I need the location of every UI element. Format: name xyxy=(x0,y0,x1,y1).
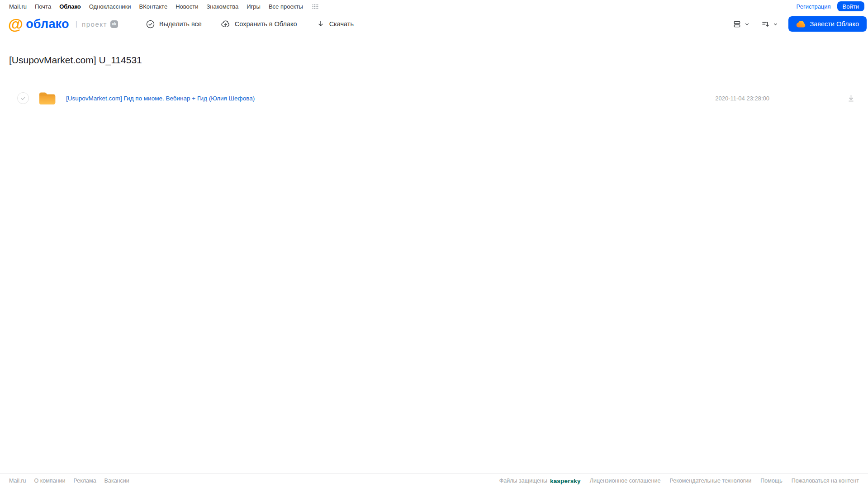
sort-icon xyxy=(761,19,770,29)
download-icon xyxy=(316,19,325,28)
row-checkbox[interactable] xyxy=(17,92,29,104)
portal-link-vkontakte[interactable]: ВКонтакте xyxy=(139,3,168,10)
create-cloud-label: Завести Облако xyxy=(810,20,859,28)
save-to-cloud-button[interactable]: Сохранить в Облако xyxy=(221,19,297,29)
file-row[interactable]: [UsupovMarket.com] Гид по миоме. Вебинар… xyxy=(0,88,868,109)
cloud-icon xyxy=(796,20,806,28)
footer-link-jobs[interactable]: Вакансии xyxy=(104,478,129,484)
page-title: [UsupovMarket.com] U_114531 xyxy=(9,55,142,66)
download-label: Скачать xyxy=(329,20,354,28)
registration-link[interactable]: Регистрация xyxy=(797,3,831,10)
portal-link-pochta[interactable]: Почта xyxy=(35,3,51,10)
portal-link-znakomstva[interactable]: Знакомства xyxy=(206,3,238,10)
header-right-controls: Завести Облако xyxy=(732,16,867,32)
portal-auth: Регистрация Войти xyxy=(797,1,864,11)
portal-links: Mail.ru Почта Облако Одноклассники ВКонт… xyxy=(9,3,318,10)
portal-link-mailru[interactable]: Mail.ru xyxy=(9,3,27,10)
download-button[interactable]: Скачать xyxy=(316,19,354,28)
row-download-button[interactable] xyxy=(847,94,855,103)
cloud-logo[interactable]: @ облако | проект vk xyxy=(8,15,118,33)
footer-link-license[interactable]: Лицензионное соглашение xyxy=(590,478,661,484)
select-all-label: Выделить все xyxy=(159,20,202,28)
footer-link-report-content[interactable]: Пожаловаться на контент xyxy=(792,478,859,484)
logo-divider: | xyxy=(76,19,77,28)
footer: Mail.ru О компании Реклама Вакансии Файл… xyxy=(0,473,868,488)
checkbox-icon xyxy=(20,95,27,102)
check-circle-icon xyxy=(146,19,155,29)
sort-dropdown[interactable] xyxy=(761,19,778,29)
file-toolbar: Выделить все Сохранить в Облако Скачать xyxy=(146,13,354,35)
portal-link-odnoklassniki[interactable]: Одноклассники xyxy=(89,3,131,10)
kaspersky-logo[interactable]: kaspersky xyxy=(550,478,581,484)
portal-link-igry[interactable]: Игры xyxy=(247,3,261,10)
portal-link-novosti[interactable]: Новости xyxy=(175,3,198,10)
select-all-button[interactable]: Выделить все xyxy=(146,19,202,29)
create-cloud-button[interactable]: Завести Облако xyxy=(788,16,867,32)
footer-link-company[interactable]: О компании xyxy=(34,478,66,484)
footer-link-help[interactable]: Помощь xyxy=(760,478,782,484)
file-name-link[interactable]: [UsupovMarket.com] Гид по миоме. Вебинар… xyxy=(66,95,255,102)
chevron-down-icon xyxy=(744,21,750,27)
footer-left-links: Mail.ru О компании Реклама Вакансии xyxy=(9,478,129,484)
login-button[interactable]: Войти xyxy=(837,1,864,11)
portal-navbar: Mail.ru Почта Облако Одноклассники ВКонт… xyxy=(0,0,868,13)
save-to-cloud-label: Сохранить в Облако xyxy=(235,20,297,28)
logo-wordmark: облако xyxy=(26,17,69,31)
grid-dots-icon[interactable] xyxy=(312,4,318,9)
at-logo-icon: @ xyxy=(8,15,23,33)
row-download-icon xyxy=(847,94,855,103)
portal-link-oblako[interactable]: Облако xyxy=(59,3,81,10)
file-date: 2020-11-04 23:28:00 xyxy=(715,95,769,102)
footer-link-recommendation-tech[interactable]: Рекомендательные технологии xyxy=(669,478,751,484)
portal-link-vse-proekty[interactable]: Все проекты xyxy=(269,3,303,10)
footer-link-mailru[interactable]: Mail.ru xyxy=(9,478,26,484)
files-protected-label: Файлы защищены xyxy=(499,478,547,484)
folder-icon xyxy=(38,91,56,105)
cloud-header: @ облако | проект vk Выделить все Сохран… xyxy=(0,13,868,35)
view-toggle-icon xyxy=(732,19,742,29)
cloud-upload-icon xyxy=(221,19,231,29)
view-mode-dropdown[interactable] xyxy=(732,19,750,29)
footer-right-links: Файлы защищены kaspersky Лицензионное со… xyxy=(499,478,859,484)
footer-link-ads[interactable]: Реклама xyxy=(73,478,96,484)
project-label: проект xyxy=(82,20,107,28)
chevron-down-icon xyxy=(773,21,778,27)
vk-icon: vk xyxy=(110,20,118,28)
